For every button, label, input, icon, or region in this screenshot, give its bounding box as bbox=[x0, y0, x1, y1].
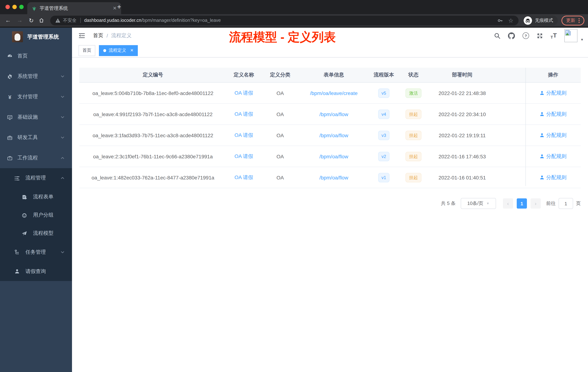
tab-process-definition[interactable]: 流程定义 ✕ bbox=[99, 45, 138, 56]
sidebar-item-dev-tools[interactable]: 研发工具 bbox=[0, 127, 72, 148]
page-size-value: 10条/页 bbox=[467, 200, 483, 207]
sidebar-item-label: 首页 bbox=[17, 53, 28, 59]
current-page-button[interactable]: 1 bbox=[517, 198, 527, 208]
browser-menu-icon[interactable] bbox=[578, 18, 580, 23]
goto-page-input[interactable] bbox=[558, 198, 573, 209]
search-icon[interactable] bbox=[494, 33, 500, 39]
form-link[interactable]: /bpm/oa/flow bbox=[319, 175, 348, 180]
zoom-window-button[interactable] bbox=[19, 5, 24, 9]
assign-rule-link[interactable]: 分配规则 bbox=[540, 153, 567, 160]
page-tabs-bar: 首页 流程定义 ✕ bbox=[72, 44, 588, 57]
back-icon[interactable]: ← bbox=[4, 17, 12, 24]
definition-name-link[interactable]: OA 请假 bbox=[235, 111, 253, 117]
status-badge: 挂起 bbox=[405, 131, 421, 140]
definition-name-link[interactable]: OA 请假 bbox=[235, 153, 253, 160]
version-tag[interactable]: v3 bbox=[378, 131, 389, 140]
form-link[interactable]: /bpm/oa/flow bbox=[319, 132, 348, 138]
assign-user-icon bbox=[540, 133, 544, 138]
browser-tab[interactable]: 芋道管理系统 ✕ bbox=[27, 2, 121, 14]
address-bar[interactable]: 不安全 dashboard.yudao.iocoder.cn/bpm/manag… bbox=[50, 15, 519, 25]
sidebar-item-task-management[interactable]: 任务管理 bbox=[0, 242, 72, 262]
monitor-icon bbox=[7, 114, 12, 120]
form-link[interactable]: /bpm/oa/flow bbox=[319, 111, 348, 117]
assign-rule-link[interactable]: 分配规则 bbox=[540, 132, 567, 139]
tab-close-icon[interactable]: ✕ bbox=[130, 48, 134, 53]
sidebar-item-process-model[interactable]: 流程模型 bbox=[0, 224, 72, 242]
form-link[interactable]: /bpm/oa/leave/create bbox=[310, 90, 358, 96]
user-avatar[interactable] bbox=[564, 29, 578, 42]
assign-rule-link[interactable]: 分配规则 bbox=[540, 90, 567, 96]
definition-name-link[interactable]: OA 请假 bbox=[235, 90, 253, 96]
definition-name-link[interactable]: OA 请假 bbox=[235, 132, 253, 139]
avatar-dropdown-caret-icon[interactable]: ▼ bbox=[580, 38, 584, 42]
bookmark-star-icon[interactable]: ☆ bbox=[508, 17, 514, 24]
broken-image-icon bbox=[565, 30, 571, 36]
row-spacer bbox=[497, 167, 525, 188]
sidebar-item-process-management[interactable]: 流程管理 bbox=[0, 168, 72, 188]
forward-icon[interactable]: → bbox=[15, 17, 24, 24]
tab-home[interactable]: 首页 bbox=[79, 45, 95, 56]
version-tag[interactable]: v1 bbox=[378, 173, 389, 182]
app-header: 首页 / 流程定义 流程模型 - 定义列表 ? TT bbox=[72, 28, 588, 44]
help-icon[interactable]: ? bbox=[523, 33, 529, 39]
window-controls[interactable] bbox=[5, 5, 24, 9]
page-size-select[interactable]: 10条/页 ▼ bbox=[461, 198, 496, 209]
tab-close-icon[interactable]: ✕ bbox=[113, 5, 117, 11]
new-tab-button[interactable]: + bbox=[117, 3, 121, 11]
deploy-time: 2022-01-22 20:34:10 bbox=[428, 104, 497, 124]
total-count: 共 5 条 bbox=[441, 200, 456, 207]
browser-tab-title: 芋道管理系统 bbox=[40, 5, 68, 11]
row-spacer bbox=[497, 125, 525, 146]
deploy-time: 2022-01-22 21:48:38 bbox=[428, 83, 497, 103]
column-header-spacer bbox=[497, 68, 525, 82]
column-header: 表单信息 bbox=[299, 68, 368, 82]
gear-icon bbox=[7, 74, 12, 79]
sidebar-item-home[interactable]: 首页 bbox=[0, 46, 72, 66]
assign-rule-label: 分配规则 bbox=[546, 90, 567, 96]
version-tag[interactable]: v2 bbox=[378, 152, 389, 161]
sidebar-item-leave-query[interactable]: 请假查询 bbox=[0, 262, 72, 281]
sidebar-logo[interactable]: 芋道管理系统 bbox=[0, 28, 72, 46]
reload-icon[interactable]: ↻ bbox=[27, 17, 36, 24]
key-icon[interactable] bbox=[497, 17, 503, 23]
tab-label: 首页 bbox=[83, 47, 91, 54]
sidebar-item-process-form[interactable]: 流程表单 bbox=[0, 188, 72, 206]
assign-user-icon bbox=[540, 112, 544, 117]
sidebar-item-payment[interactable]: ¥ 支付管理 bbox=[0, 87, 72, 107]
version-tag[interactable]: v5 bbox=[378, 88, 389, 98]
font-size-icon[interactable]: TT bbox=[551, 32, 557, 39]
form-link[interactable]: /bpm/oa/flow bbox=[319, 153, 348, 159]
minimize-window-button[interactable] bbox=[12, 5, 17, 9]
sidebar-item-label: 系统管理 bbox=[17, 73, 38, 80]
sidebar-item-label: 用户分组 bbox=[33, 212, 53, 219]
home-icon[interactable] bbox=[39, 17, 47, 23]
definition-id: oa_leave:1:482ec033-762a-11ec-8477-a2380… bbox=[79, 167, 227, 188]
sidebar-item-infrastructure[interactable]: 基础设施 bbox=[0, 107, 72, 127]
chevron-down-icon bbox=[60, 95, 65, 99]
sidebar-collapse-icon[interactable] bbox=[79, 33, 85, 39]
browser-update-button[interactable]: 更新 bbox=[561, 15, 584, 25]
assign-rule-link[interactable]: 分配规则 bbox=[540, 174, 567, 181]
version-tag[interactable]: v4 bbox=[378, 109, 389, 119]
sidebar-item-system[interactable]: 系统管理 bbox=[0, 66, 72, 87]
next-page-button[interactable]: › bbox=[531, 198, 541, 208]
table-header-row: 定义编号 定义名称 定义分类 表单信息 流程版本 状态 部署时间 操作 bbox=[79, 68, 581, 83]
browser-toolbar: ← → ↻ 不安全 dashboard.yudao.iocoder.cn/bpm… bbox=[0, 14, 588, 27]
status-badge: 挂起 bbox=[405, 152, 421, 161]
site-favicon bbox=[32, 6, 37, 11]
browser-tab-strip: 芋道管理系统 ✕ + bbox=[0, 0, 588, 14]
sidebar-item-workflow[interactable]: 工作流程 bbox=[0, 148, 72, 168]
assign-rule-label: 分配规则 bbox=[546, 153, 567, 160]
breadcrumb-home[interactable]: 首页 bbox=[93, 33, 103, 39]
definition-table: 定义编号 定义名称 定义分类 表单信息 流程版本 状态 部署时间 操作 oa_l… bbox=[79, 68, 581, 188]
github-icon[interactable] bbox=[508, 32, 515, 39]
chevron-up-icon bbox=[60, 176, 65, 180]
fullscreen-icon[interactable] bbox=[537, 33, 543, 39]
close-window-button[interactable] bbox=[5, 5, 10, 9]
assign-rule-link[interactable]: 分配规则 bbox=[540, 111, 567, 117]
chevron-down-icon bbox=[60, 115, 65, 119]
definition-name-link[interactable]: OA 请假 bbox=[235, 174, 253, 181]
logo-title: 芋道管理系统 bbox=[27, 33, 59, 40]
prev-page-button[interactable]: ‹ bbox=[503, 198, 513, 208]
sidebar-item-user-group[interactable]: 用户分组 bbox=[0, 206, 72, 224]
